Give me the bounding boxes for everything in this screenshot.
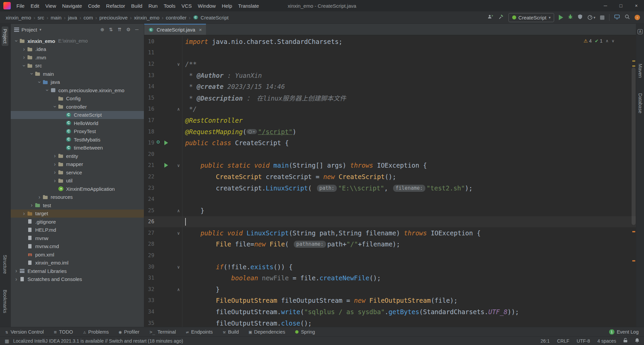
- breadcrumb-preciouslove[interactable]: preciouslove: [98, 14, 129, 21]
- fold-icon[interactable]: ∧: [177, 107, 180, 112]
- code-line-12[interactable]: 12∨/**: [144, 58, 636, 70]
- gutter[interactable]: [154, 70, 182, 81]
- chevron-right-icon[interactable]: ›: [21, 54, 27, 60]
- tree-item-xinxin-emo-iml[interactable]: xinxin_emo.iml: [11, 259, 144, 267]
- toolwindow-button-todo[interactable]: ≡TODO: [54, 329, 73, 335]
- code-line-33[interactable]: 33 FileOutputStream fileOutputStream = n…: [144, 295, 636, 306]
- build-hammer-icon[interactable]: [498, 14, 504, 21]
- chevron-right-icon[interactable]: ›: [37, 194, 42, 200]
- minimize-button[interactable]: ─: [598, 0, 613, 11]
- tree-item-proxytest[interactable]: ProxyTest: [11, 127, 144, 136]
- gutter[interactable]: ∨: [154, 261, 182, 273]
- spring-bean-icon[interactable]: [157, 140, 160, 143]
- tree-item-mvnw[interactable]: mvnw: [11, 234, 144, 242]
- tree-item-java[interactable]: ›java: [11, 78, 144, 87]
- menu-build[interactable]: Build: [128, 2, 145, 10]
- gutter[interactable]: ∨: [154, 58, 182, 70]
- line-number[interactable]: 11: [144, 50, 154, 56]
- chevron-down-icon[interactable]: ›: [37, 79, 43, 85]
- profiler-button[interactable]: ▾: [587, 15, 595, 20]
- stop-button[interactable]: [600, 15, 604, 20]
- lock-icon[interactable]: [624, 338, 628, 344]
- caret-position[interactable]: 26:1: [540, 338, 549, 344]
- code-line-30[interactable]: 30∨ if(!file.exists()) {: [144, 261, 636, 273]
- line-number[interactable]: 19: [144, 140, 154, 146]
- breadcrumb-xinxin-emo[interactable]: xinxin_emo: [132, 14, 161, 21]
- gutter[interactable]: [154, 193, 182, 205]
- line-number[interactable]: 32: [144, 286, 154, 292]
- line-number[interactable]: 30: [144, 264, 154, 270]
- tree-item-xinxinemoapplication[interactable]: XinxinEmoApplication: [11, 185, 144, 193]
- gutter[interactable]: ∧: [154, 284, 182, 295]
- menu-refactor[interactable]: Refactor: [103, 2, 128, 10]
- gutter[interactable]: ∧: [154, 104, 182, 115]
- toolwindow-button-endpoints[interactable]: ⇌Endpoints: [186, 329, 213, 335]
- run-button[interactable]: [559, 15, 563, 20]
- chevron-down-icon[interactable]: ›: [13, 38, 19, 44]
- chevron-right-icon[interactable]: ›: [13, 268, 19, 274]
- chevron-right-icon[interactable]: ›: [29, 202, 35, 208]
- menu-help[interactable]: Help: [219, 2, 235, 10]
- code-line-24[interactable]: 24: [144, 193, 636, 205]
- chevron-right-icon[interactable]: ›: [52, 161, 58, 167]
- search-everywhere-icon[interactable]: [625, 14, 630, 21]
- gutter[interactable]: [154, 250, 182, 261]
- menu-vcs[interactable]: VCS: [178, 2, 195, 10]
- toolwindow-button-bookmarks[interactable]: Bookmarks: [2, 287, 8, 315]
- chevron-down-icon[interactable]: ›: [29, 71, 35, 77]
- editor-scrollbar[interactable]: [631, 35, 636, 327]
- gutter[interactable]: [154, 182, 182, 194]
- toolwindow-button-version-control[interactable]: ⇅Version Control: [5, 329, 44, 335]
- chevron-right-icon[interactable]: ›: [21, 211, 27, 217]
- locate-button[interactable]: ⊕: [98, 27, 106, 32]
- code-line-26[interactable]: 26: [144, 216, 636, 228]
- line-number[interactable]: 14: [144, 83, 154, 90]
- run-line-icon[interactable]: [164, 140, 168, 145]
- gutter[interactable]: [154, 92, 182, 104]
- gutter[interactable]: [154, 126, 182, 137]
- gutter[interactable]: [154, 149, 182, 160]
- tree-item-mvnw-cmd[interactable]: mvnw.cmd: [11, 242, 144, 251]
- gutter[interactable]: ∨: [154, 227, 182, 239]
- tree-item-gitignore[interactable]: .gitignore: [11, 218, 144, 226]
- line-number[interactable]: 21: [144, 162, 154, 168]
- tree-item-help-md[interactable]: HELP.md: [11, 226, 144, 234]
- code-line-23[interactable]: 23 createScript.LinuxScript( path:"E:\\s…: [144, 182, 636, 194]
- tree-item-test[interactable]: ›test: [11, 201, 144, 210]
- fold-icon[interactable]: ∨: [177, 264, 180, 269]
- tree-item-util[interactable]: ›util: [11, 177, 144, 185]
- code-line-27[interactable]: 27∨ public void LinuxScript(String path,…: [144, 227, 636, 239]
- tree-item-controller[interactable]: ›controller: [11, 103, 144, 111]
- gutter[interactable]: [154, 295, 182, 306]
- toolwindow-button-database[interactable]: Database: [637, 91, 644, 116]
- breadcrumb-src[interactable]: src: [36, 14, 46, 21]
- tree-item-helloworld[interactable]: HelloWorld: [11, 119, 144, 127]
- next-issue-icon[interactable]: ∨: [611, 39, 614, 43]
- toolwindow-button-build[interactable]: ⚒Build: [223, 329, 239, 335]
- code-line-31[interactable]: 31 boolean newFile = file.createNewFile(…: [144, 272, 636, 284]
- breadcrumb-main[interactable]: main: [49, 14, 63, 21]
- gutter[interactable]: [154, 318, 182, 327]
- run-configuration-select[interactable]: CreateScript ▾: [508, 13, 554, 22]
- gutter[interactable]: [154, 36, 182, 47]
- line-number[interactable]: 33: [144, 297, 154, 303]
- code-line-10[interactable]: 10import java.nio.charset.StandardCharse…: [144, 36, 636, 47]
- menu-translate[interactable]: Translate: [235, 2, 262, 10]
- line-number[interactable]: 24: [144, 196, 154, 202]
- project-panel-title[interactable]: Project: [21, 27, 37, 33]
- chevron-down-icon[interactable]: ›: [44, 88, 50, 93]
- menu-tools[interactable]: Tools: [161, 2, 178, 10]
- fold-icon[interactable]: ∧: [177, 287, 180, 292]
- tree-item-createscript[interactable]: CreateScript: [11, 111, 144, 119]
- code-line-29[interactable]: 29: [144, 250, 636, 261]
- chevron-right-icon[interactable]: ›: [52, 169, 58, 175]
- gutter[interactable]: [154, 272, 182, 284]
- menu-navigate[interactable]: Navigate: [59, 2, 85, 10]
- line-number[interactable]: 22: [144, 174, 154, 180]
- menu-edit[interactable]: Edit: [28, 2, 42, 10]
- tree-item-target[interactable]: ›target: [11, 210, 144, 218]
- fold-icon[interactable]: ∧: [177, 208, 180, 213]
- menu-file[interactable]: File: [13, 2, 28, 10]
- tree-item-xinxin-emo[interactable]: ›xinxin_emoE:\xinxin_emo: [11, 37, 144, 45]
- line-number[interactable]: 26: [144, 219, 154, 225]
